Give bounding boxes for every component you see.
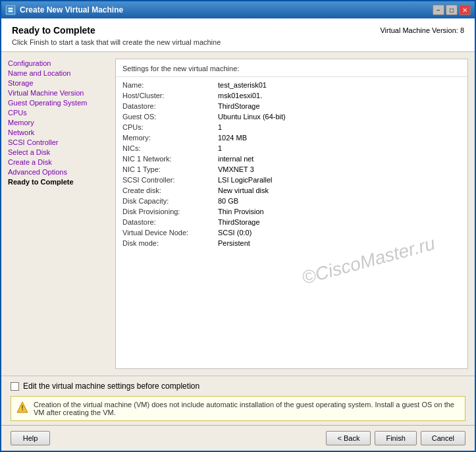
row-value: 1 — [218, 123, 461, 131]
warning-icon: ! — [16, 401, 28, 413]
table-row: Disk mode: Persistent — [122, 238, 461, 248]
header-subtitle: Click Finish to start a task that will c… — [12, 38, 221, 46]
sidebar-item-memory[interactable]: Memory — [8, 118, 110, 127]
bottom-area: Edit the virtual machine settings before… — [1, 376, 475, 425]
row-value: SCSI (0:0) — [218, 229, 461, 237]
row-value: 80 GB — [218, 197, 461, 205]
help-button[interactable]: Help — [11, 431, 50, 445]
table-row: Name: test_asterisk01 — [122, 80, 461, 90]
window-title: Create New Virtual Machine — [20, 5, 123, 14]
table-row: NICs: 1 — [122, 143, 461, 154]
table-row: Datastore: ThirdStorage — [122, 101, 461, 111]
table-row: NIC 1 Network: internal net — [122, 154, 461, 164]
row-value: msk01esxi01. — [218, 92, 461, 99]
table-row: Datastore: ThirdStorage — [122, 217, 461, 227]
maximize-button[interactable]: □ — [446, 5, 458, 15]
table-row: Host/Cluster: msk01esxi01. — [122, 90, 461, 101]
row-label: Virtual Device Node: — [122, 229, 218, 237]
svg-rect-0 — [7, 7, 14, 13]
minimize-button[interactable]: − — [433, 5, 444, 15]
row-value: LSI LogicParallel — [218, 176, 461, 184]
settings-header: Settings for the new virtual machine: — [116, 59, 467, 77]
content-area: Configuration Name and Location Storage … — [1, 52, 475, 376]
svg-rect-1 — [9, 8, 13, 9]
warning-text: Creation of the virtual machine (VM) doe… — [34, 401, 460, 416]
row-value: New virtual disk — [218, 186, 461, 194]
settings-table: Name: test_asterisk01 Host/Cluster: msk0… — [116, 77, 467, 368]
sidebar-item-advanced-options[interactable]: Advanced Options — [8, 167, 110, 177]
row-value: Thin Provision — [218, 208, 461, 215]
row-label: Host/Cluster: — [122, 92, 218, 99]
row-value: test_asterisk01 — [218, 81, 461, 89]
finish-button[interactable]: Finish — [375, 431, 416, 445]
sidebar-item-ready: Ready to Complete — [8, 177, 110, 186]
svg-rect-2 — [9, 11, 13, 12]
sidebar-item-virtual-machine-version[interactable]: Virtual Machine Version — [8, 88, 110, 98]
row-label: Create disk: — [122, 186, 218, 194]
row-value: VMXNET 3 — [218, 165, 461, 173]
row-label: Guest OS: — [122, 113, 218, 121]
edit-settings-checkbox[interactable] — [11, 382, 19, 391]
table-row: CPUs: 1 — [122, 122, 461, 132]
title-bar: Create New Virtual Machine − □ ✕ — [1, 1, 475, 18]
sidebar-item-select-disk[interactable]: Select a Disk — [8, 148, 110, 157]
row-label: Datastore: — [122, 102, 218, 110]
row-value: internal net — [218, 155, 461, 163]
table-row: Guest OS: Ubuntu Linux (64-bit) — [122, 111, 461, 122]
table-row: Virtual Device Node: SCSI (0:0) — [122, 227, 461, 238]
close-button[interactable]: ✕ — [459, 5, 471, 15]
table-row: SCSI Controller: LSI LogicParallel — [122, 175, 461, 185]
row-label: Name: — [122, 81, 218, 89]
main-window: Create New Virtual Machine − □ ✕ Ready t… — [0, 0, 476, 452]
button-bar: Help < Back Finish Cancel — [1, 425, 475, 451]
sidebar-item-create-disk[interactable]: Create a Disk — [8, 157, 110, 167]
row-label: Datastore: — [122, 218, 218, 226]
sidebar-item-scsi-controller[interactable]: SCSI Controller — [8, 138, 110, 147]
main-settings-panel: Settings for the new virtual machine: Na… — [115, 59, 468, 369]
row-value: ThirdStorage — [218, 102, 461, 110]
sidebar-item-storage[interactable]: Storage — [8, 78, 110, 88]
svg-text:!: ! — [21, 404, 24, 412]
sidebar-item-configuration[interactable]: Configuration — [8, 59, 110, 68]
sidebar-item-guest-os[interactable]: Guest Operating System — [8, 98, 110, 107]
sidebar-item-name-and-location[interactable]: Name and Location — [8, 69, 110, 78]
row-label: NIC 1 Type: — [122, 165, 218, 173]
nav-buttons: < Back Finish Cancel — [326, 431, 465, 445]
window-icon — [5, 5, 16, 15]
row-value: Ubuntu Linux (64-bit) — [218, 113, 461, 121]
sidebar-item-cpus[interactable]: CPUs — [8, 108, 110, 117]
title-bar-buttons: − □ ✕ — [433, 5, 471, 15]
row-label: SCSI Controller: — [122, 176, 218, 184]
row-label: Disk Capacity: — [122, 197, 218, 205]
row-label: CPUs: — [122, 123, 218, 131]
back-button[interactable]: < Back — [326, 431, 371, 445]
sidebar-item-network[interactable]: Network — [8, 128, 110, 137]
row-value: ThirdStorage — [218, 218, 461, 226]
table-row: Disk Provisioning: Thin Provision — [122, 206, 461, 217]
row-label: Disk mode: — [122, 239, 218, 247]
table-row: NIC 1 Type: VMXNET 3 — [122, 164, 461, 175]
row-label: NICs: — [122, 144, 218, 152]
table-row: Memory: 1024 MB — [122, 132, 461, 143]
checkbox-row: Edit the virtual machine settings before… — [11, 381, 465, 391]
row-label: Memory: — [122, 134, 218, 142]
table-row: Disk Capacity: 80 GB — [122, 196, 461, 206]
row-value: 1024 MB — [218, 134, 461, 142]
cancel-button[interactable]: Cancel — [421, 431, 465, 445]
version-label: Virtual Machine Version: 8 — [380, 25, 464, 34]
row-label: NIC 1 Network: — [122, 155, 218, 163]
row-value: 1 — [218, 144, 461, 152]
sidebar: Configuration Name and Location Storage … — [8, 59, 110, 369]
header-title: Ready to Complete — [12, 25, 221, 36]
header-section: Ready to Complete Click Finish to start … — [1, 18, 475, 52]
row-value: Persistent — [218, 239, 461, 247]
warning-row: ! Creation of the virtual machine (VM) d… — [11, 396, 465, 421]
title-bar-left: Create New Virtual Machine — [5, 5, 123, 15]
checkbox-label: Edit the virtual machine settings before… — [23, 381, 199, 391]
table-row: Create disk: New virtual disk — [122, 185, 461, 196]
row-label: Disk Provisioning: — [122, 208, 218, 215]
